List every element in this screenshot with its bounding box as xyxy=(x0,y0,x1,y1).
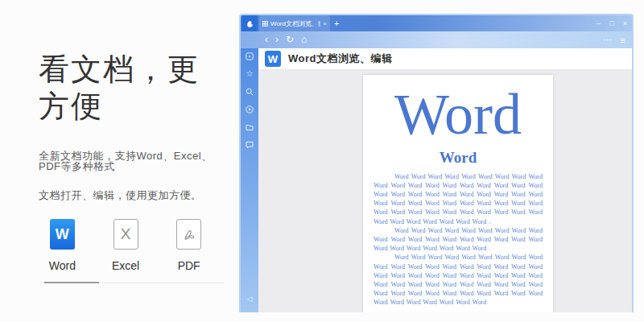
browser-body: ☆ ◁ W Word文档浏览、编辑 Word xyxy=(241,48,632,312)
browser-main-area: W Word文档浏览、编辑 Word Word Word Word Word W… xyxy=(258,48,632,312)
document-paragraph: Word Word Word Word Word Word Word Word … xyxy=(374,226,543,254)
format-tabs: W Word X Excel PDF xyxy=(31,219,221,272)
refresh-button[interactable]: ↻ xyxy=(286,31,294,48)
pdf-acrobat-icon xyxy=(176,219,201,250)
document-paragraph: Word Word Word Word Word Word Word Word … xyxy=(374,172,543,226)
document-viewer[interactable]: Word Word Word Word Word Word Word Word … xyxy=(258,70,632,312)
format-tabs-divider xyxy=(44,283,224,283)
favorites-star-icon[interactable]: ☆ xyxy=(246,69,254,78)
document-header-bar: W Word文档浏览、编辑 xyxy=(258,48,632,70)
browser-tabbar: Word文档浏览、编辑 × + – □ × xyxy=(241,15,632,31)
format-tab-pdf[interactable]: PDF xyxy=(157,219,221,272)
home-button[interactable]: ⌂ xyxy=(301,31,307,48)
window-controls: – □ × xyxy=(597,15,627,31)
format-tab-excel[interactable]: X Excel xyxy=(94,219,158,272)
chat-icon[interactable] xyxy=(246,140,254,149)
navbar-right-buttons: ⋯ ≡ xyxy=(604,31,625,48)
new-tab-button[interactable]: + xyxy=(334,18,339,29)
browser-sidebar: ☆ ◁ xyxy=(241,48,258,312)
forward-button[interactable]: › xyxy=(275,31,279,48)
tab-grid-icon xyxy=(262,21,268,27)
search-icon[interactable] xyxy=(246,87,254,96)
browser-logo-icon[interactable] xyxy=(242,15,258,31)
menu-icon[interactable]: ≡ xyxy=(621,35,625,45)
apps-icon[interactable] xyxy=(246,52,254,60)
tab-close-icon[interactable]: × xyxy=(323,20,327,27)
promo-description: 全新文档功能，支持Word、Excel、PDF等多种格式 文档打开、编辑，使用更… xyxy=(39,151,230,200)
browser-window: Word文档浏览、编辑 × + – □ × ‹ › ↻ ⌂ ⋯ ≡ ☆ xyxy=(239,14,634,312)
video-play-icon[interactable] xyxy=(246,105,254,114)
excel-icon-letter: X xyxy=(121,225,131,243)
excel-file-icon: X xyxy=(114,219,138,250)
promo-description-line1: 全新文档功能，支持Word、Excel、PDF等多种格式 xyxy=(39,151,230,171)
document-subtitle: Word xyxy=(374,149,543,167)
word-icon-letter: W xyxy=(56,226,69,243)
format-tab-pdf-label: PDF xyxy=(178,259,200,272)
minimize-button[interactable]: – xyxy=(597,19,601,27)
word-badge-icon: W xyxy=(265,51,281,67)
more-options-icon[interactable]: ⋯ xyxy=(604,35,613,45)
document-page: Word Word Word Word Word Word Word Word … xyxy=(363,75,553,312)
tab-title: Word文档浏览、编辑 xyxy=(270,19,320,28)
active-tab-indicator xyxy=(44,282,99,283)
format-tab-word[interactable]: W Word xyxy=(31,219,94,272)
document-paragraph: Word Word Word Word Word Word Word Word … xyxy=(374,253,543,307)
folder-icon[interactable] xyxy=(246,122,254,131)
back-button[interactable]: ‹ xyxy=(265,31,268,48)
document-body: Word Word Word Word Word Word Word Word … xyxy=(374,172,543,308)
browser-tab-active[interactable]: Word文档浏览、编辑 × xyxy=(259,15,330,31)
document-header-title: Word文档浏览、编辑 xyxy=(288,52,392,66)
promo-panel: 看文档，更方便 全新文档功能，支持Word、Excel、PDF等多种格式 文档打… xyxy=(39,52,230,283)
maximize-button[interactable]: □ xyxy=(609,19,613,27)
format-tab-excel-label: Excel xyxy=(112,259,139,272)
page-title: 看文档，更方便 xyxy=(39,52,230,125)
browser-navbar: ‹ › ↻ ⌂ ⋯ ≡ xyxy=(241,31,632,48)
word-file-icon: W xyxy=(50,219,75,250)
format-tab-word-label: Word xyxy=(49,259,76,272)
document-title: Word xyxy=(374,85,543,146)
close-button[interactable]: × xyxy=(623,19,627,27)
sidebar-collapse-icon[interactable]: ◁ xyxy=(241,295,258,303)
promo-description-line2: 文档打开、编辑，使用更加方便。 xyxy=(39,190,230,200)
